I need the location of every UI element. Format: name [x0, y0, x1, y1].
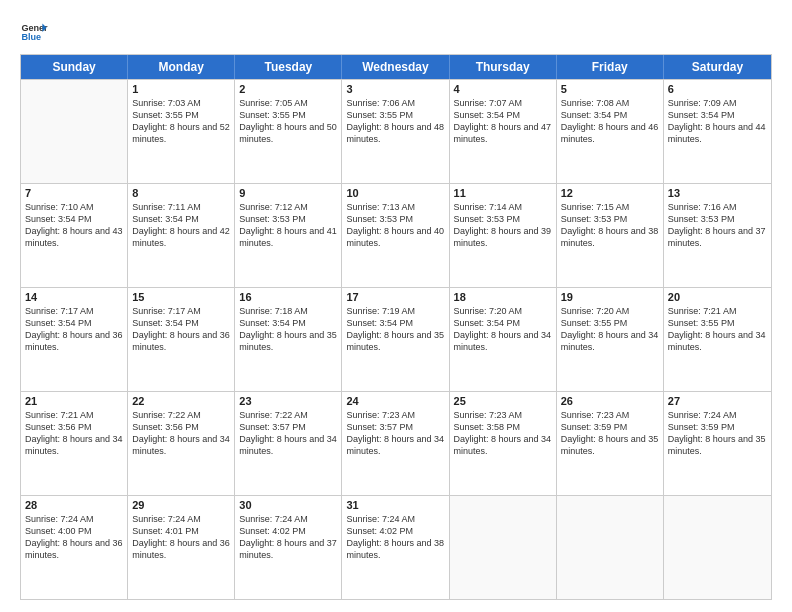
day-cell-22: 22 Sunrise: 7:22 AMSunset: 3:56 PMDaylig… — [128, 392, 235, 495]
day-number: 26 — [561, 395, 659, 407]
day-number: 22 — [132, 395, 230, 407]
day-info: Sunrise: 7:22 AMSunset: 3:56 PMDaylight:… — [132, 409, 230, 458]
day-cell-6: 6 Sunrise: 7:09 AMSunset: 3:54 PMDayligh… — [664, 80, 771, 183]
day-cell-1: 1 Sunrise: 7:03 AMSunset: 3:55 PMDayligh… — [128, 80, 235, 183]
day-info: Sunrise: 7:06 AMSunset: 3:55 PMDaylight:… — [346, 97, 444, 146]
day-cell-7: 7 Sunrise: 7:10 AMSunset: 3:54 PMDayligh… — [21, 184, 128, 287]
day-info: Sunrise: 7:23 AMSunset: 3:59 PMDaylight:… — [561, 409, 659, 458]
day-number: 5 — [561, 83, 659, 95]
calendar-header: SundayMondayTuesdayWednesdayThursdayFrid… — [21, 55, 771, 79]
logo: General Blue — [20, 18, 48, 46]
day-number: 30 — [239, 499, 337, 511]
day-cell-23: 23 Sunrise: 7:22 AMSunset: 3:57 PMDaylig… — [235, 392, 342, 495]
day-number: 25 — [454, 395, 552, 407]
day-number: 14 — [25, 291, 123, 303]
day-info: Sunrise: 7:10 AMSunset: 3:54 PMDaylight:… — [25, 201, 123, 250]
day-cell-30: 30 Sunrise: 7:24 AMSunset: 4:02 PMDaylig… — [235, 496, 342, 599]
svg-text:Blue: Blue — [21, 32, 41, 42]
page: General Blue SundayMondayTuesdayWednesda… — [0, 0, 792, 612]
day-number: 19 — [561, 291, 659, 303]
day-cell-25: 25 Sunrise: 7:23 AMSunset: 3:58 PMDaylig… — [450, 392, 557, 495]
day-info: Sunrise: 7:09 AMSunset: 3:54 PMDaylight:… — [668, 97, 767, 146]
day-number: 11 — [454, 187, 552, 199]
calendar-body: 1 Sunrise: 7:03 AMSunset: 3:55 PMDayligh… — [21, 79, 771, 599]
day-cell-12: 12 Sunrise: 7:15 AMSunset: 3:53 PMDaylig… — [557, 184, 664, 287]
day-info: Sunrise: 7:08 AMSunset: 3:54 PMDaylight:… — [561, 97, 659, 146]
day-info: Sunrise: 7:21 AMSunset: 3:55 PMDaylight:… — [668, 305, 767, 354]
day-number: 4 — [454, 83, 552, 95]
day-info: Sunrise: 7:15 AMSunset: 3:53 PMDaylight:… — [561, 201, 659, 250]
day-number: 29 — [132, 499, 230, 511]
header: General Blue — [20, 18, 772, 46]
day-info: Sunrise: 7:23 AMSunset: 3:58 PMDaylight:… — [454, 409, 552, 458]
day-cell-29: 29 Sunrise: 7:24 AMSunset: 4:01 PMDaylig… — [128, 496, 235, 599]
day-cell-24: 24 Sunrise: 7:23 AMSunset: 3:57 PMDaylig… — [342, 392, 449, 495]
empty-cell — [450, 496, 557, 599]
day-cell-13: 13 Sunrise: 7:16 AMSunset: 3:53 PMDaylig… — [664, 184, 771, 287]
day-info: Sunrise: 7:03 AMSunset: 3:55 PMDaylight:… — [132, 97, 230, 146]
week-row-5: 28 Sunrise: 7:24 AMSunset: 4:00 PMDaylig… — [21, 495, 771, 599]
empty-cell — [664, 496, 771, 599]
day-info: Sunrise: 7:17 AMSunset: 3:54 PMDaylight:… — [132, 305, 230, 354]
day-number: 2 — [239, 83, 337, 95]
day-cell-14: 14 Sunrise: 7:17 AMSunset: 3:54 PMDaylig… — [21, 288, 128, 391]
day-info: Sunrise: 7:24 AMSunset: 4:00 PMDaylight:… — [25, 513, 123, 562]
day-header-monday: Monday — [128, 55, 235, 79]
day-header-tuesday: Tuesday — [235, 55, 342, 79]
day-number: 9 — [239, 187, 337, 199]
day-number: 20 — [668, 291, 767, 303]
day-number: 28 — [25, 499, 123, 511]
day-info: Sunrise: 7:21 AMSunset: 3:56 PMDaylight:… — [25, 409, 123, 458]
day-number: 21 — [25, 395, 123, 407]
day-cell-17: 17 Sunrise: 7:19 AMSunset: 3:54 PMDaylig… — [342, 288, 449, 391]
day-info: Sunrise: 7:18 AMSunset: 3:54 PMDaylight:… — [239, 305, 337, 354]
day-header-thursday: Thursday — [450, 55, 557, 79]
week-row-3: 14 Sunrise: 7:17 AMSunset: 3:54 PMDaylig… — [21, 287, 771, 391]
day-info: Sunrise: 7:24 AMSunset: 3:59 PMDaylight:… — [668, 409, 767, 458]
day-header-wednesday: Wednesday — [342, 55, 449, 79]
day-number: 23 — [239, 395, 337, 407]
day-info: Sunrise: 7:17 AMSunset: 3:54 PMDaylight:… — [25, 305, 123, 354]
day-info: Sunrise: 7:24 AMSunset: 4:01 PMDaylight:… — [132, 513, 230, 562]
day-number: 27 — [668, 395, 767, 407]
day-info: Sunrise: 7:20 AMSunset: 3:55 PMDaylight:… — [561, 305, 659, 354]
day-cell-3: 3 Sunrise: 7:06 AMSunset: 3:55 PMDayligh… — [342, 80, 449, 183]
day-header-sunday: Sunday — [21, 55, 128, 79]
day-cell-27: 27 Sunrise: 7:24 AMSunset: 3:59 PMDaylig… — [664, 392, 771, 495]
day-cell-28: 28 Sunrise: 7:24 AMSunset: 4:00 PMDaylig… — [21, 496, 128, 599]
day-number: 31 — [346, 499, 444, 511]
day-info: Sunrise: 7:24 AMSunset: 4:02 PMDaylight:… — [346, 513, 444, 562]
day-cell-4: 4 Sunrise: 7:07 AMSunset: 3:54 PMDayligh… — [450, 80, 557, 183]
day-cell-19: 19 Sunrise: 7:20 AMSunset: 3:55 PMDaylig… — [557, 288, 664, 391]
day-number: 16 — [239, 291, 337, 303]
day-cell-2: 2 Sunrise: 7:05 AMSunset: 3:55 PMDayligh… — [235, 80, 342, 183]
day-number: 1 — [132, 83, 230, 95]
day-cell-8: 8 Sunrise: 7:11 AMSunset: 3:54 PMDayligh… — [128, 184, 235, 287]
day-number: 3 — [346, 83, 444, 95]
day-cell-11: 11 Sunrise: 7:14 AMSunset: 3:53 PMDaylig… — [450, 184, 557, 287]
empty-cell — [21, 80, 128, 183]
day-number: 8 — [132, 187, 230, 199]
day-cell-26: 26 Sunrise: 7:23 AMSunset: 3:59 PMDaylig… — [557, 392, 664, 495]
day-info: Sunrise: 7:05 AMSunset: 3:55 PMDaylight:… — [239, 97, 337, 146]
day-cell-5: 5 Sunrise: 7:08 AMSunset: 3:54 PMDayligh… — [557, 80, 664, 183]
day-cell-9: 9 Sunrise: 7:12 AMSunset: 3:53 PMDayligh… — [235, 184, 342, 287]
day-info: Sunrise: 7:13 AMSunset: 3:53 PMDaylight:… — [346, 201, 444, 250]
day-cell-18: 18 Sunrise: 7:20 AMSunset: 3:54 PMDaylig… — [450, 288, 557, 391]
day-info: Sunrise: 7:14 AMSunset: 3:53 PMDaylight:… — [454, 201, 552, 250]
day-number: 15 — [132, 291, 230, 303]
day-info: Sunrise: 7:07 AMSunset: 3:54 PMDaylight:… — [454, 97, 552, 146]
day-number: 10 — [346, 187, 444, 199]
day-info: Sunrise: 7:16 AMSunset: 3:53 PMDaylight:… — [668, 201, 767, 250]
day-header-saturday: Saturday — [664, 55, 771, 79]
week-row-1: 1 Sunrise: 7:03 AMSunset: 3:55 PMDayligh… — [21, 79, 771, 183]
day-info: Sunrise: 7:19 AMSunset: 3:54 PMDaylight:… — [346, 305, 444, 354]
day-cell-31: 31 Sunrise: 7:24 AMSunset: 4:02 PMDaylig… — [342, 496, 449, 599]
day-info: Sunrise: 7:12 AMSunset: 3:53 PMDaylight:… — [239, 201, 337, 250]
week-row-2: 7 Sunrise: 7:10 AMSunset: 3:54 PMDayligh… — [21, 183, 771, 287]
day-number: 12 — [561, 187, 659, 199]
day-cell-10: 10 Sunrise: 7:13 AMSunset: 3:53 PMDaylig… — [342, 184, 449, 287]
day-info: Sunrise: 7:20 AMSunset: 3:54 PMDaylight:… — [454, 305, 552, 354]
day-info: Sunrise: 7:24 AMSunset: 4:02 PMDaylight:… — [239, 513, 337, 562]
day-cell-15: 15 Sunrise: 7:17 AMSunset: 3:54 PMDaylig… — [128, 288, 235, 391]
